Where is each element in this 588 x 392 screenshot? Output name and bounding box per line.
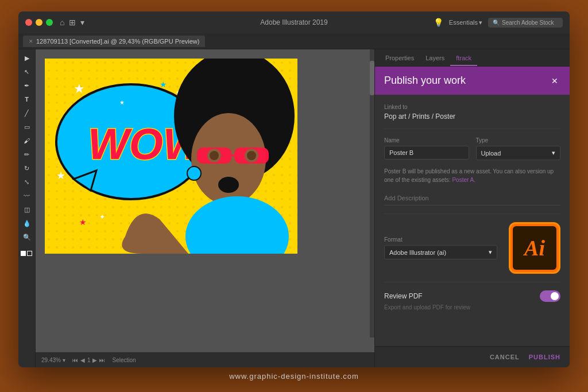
eyedropper-tool[interactable]: 💧: [21, 217, 33, 230]
type-select[interactable]: Upload ▾: [476, 146, 561, 160]
close-traffic-light[interactable]: [25, 19, 32, 26]
format-row: Format Adobe Illustrator (ai) ▾: [384, 222, 560, 274]
artwork: WOW!: [45, 59, 297, 254]
name-type-row: Name Type Upload ▾: [384, 137, 560, 160]
panel-tabs: Properties Layers ftrack: [375, 49, 570, 67]
select-chevron-icon: ▾: [552, 149, 555, 157]
publish-header: Publish your work ✕: [375, 67, 570, 95]
back-icon[interactable]: ◀: [80, 357, 85, 363]
scrollbar-vertical[interactable]: [370, 49, 374, 337]
tab-filename: 128709113 [Converted].ai @ 29,43% (RGB/G…: [36, 38, 199, 45]
line-tool[interactable]: ╱: [21, 107, 33, 119]
page-number: 1: [87, 357, 91, 363]
grid-icon[interactable]: ⊞: [69, 18, 76, 27]
linked-to-label: Linked to: [384, 104, 560, 110]
publish-button[interactable]: PUBLISH: [529, 354, 560, 360]
document-tab-bar: ✕ 128709113 [Converted].ai @ 29,43% (RGB…: [18, 33, 570, 49]
canvas-container[interactable]: WOW!: [36, 49, 374, 352]
chevron-down-icon[interactable]: ▾: [80, 18, 84, 27]
tab-ftrack[interactable]: ftrack: [450, 51, 477, 66]
review-pdf-desc: Export and upload PDF for review: [384, 304, 560, 311]
review-pdf-toggle[interactable]: [540, 290, 560, 302]
chevron-down-icon: ▾: [63, 357, 65, 363]
poster-a-link[interactable]: Poster A.: [452, 177, 475, 183]
home-icon[interactable]: ⌂: [60, 18, 64, 27]
svg-text:★: ★: [74, 81, 85, 96]
prev-page-icon[interactable]: ⏮: [72, 357, 78, 363]
paintbrush-tool[interactable]: 🖌: [21, 134, 33, 147]
tab-close-icon[interactable]: ✕: [29, 38, 33, 44]
format-content: Format Adobe Illustrator (ai) ▾: [384, 236, 497, 259]
warp-tool[interactable]: 〰: [21, 189, 33, 202]
tool-status: Selection: [112, 357, 136, 363]
name-input[interactable]: [384, 146, 469, 160]
document-tab[interactable]: ✕ 128709113 [Converted].ai @ 29,43% (RGB…: [23, 36, 205, 47]
svg-text:★: ★: [160, 80, 167, 89]
pen-tool[interactable]: ✒: [21, 79, 33, 92]
type-label: Type: [476, 137, 561, 143]
traffic-lights: [25, 19, 53, 26]
format-label: Format: [384, 236, 497, 243]
publish-body: Linked to Pop art / Prints / Poster Name: [375, 95, 570, 346]
title-bar-right: 💡 Essentials ▾ 🔍 Search Adobe Stock: [434, 18, 563, 28]
format-select[interactable]: Adobe Illustrator (ai) ▾: [384, 245, 497, 259]
ai-app-icon: Ai: [509, 222, 560, 274]
linked-to-value: Pop art / Prints / Poster: [384, 112, 560, 121]
svg-text:★: ★: [79, 218, 87, 227]
status-bar: 29.43% ▾ ⏮ ◀ 1 ▶ ⏭ Selection: [36, 352, 374, 367]
format-field: Format Adobe Illustrator (ai) ▾: [384, 236, 497, 259]
type-tool[interactable]: T: [21, 93, 33, 106]
last-page-icon[interactable]: ⏭: [99, 357, 105, 363]
svg-point-20: [218, 177, 239, 193]
maximize-traffic-light[interactable]: [46, 19, 53, 26]
title-bar: ⌂ ⊞ ▾ Adobe Illustrator 2019 💡 Essential…: [18, 11, 570, 33]
zoom-indicator[interactable]: 29.43% ▾: [41, 357, 65, 363]
publish-notice: Poster B will be published as a new asse…: [384, 167, 560, 184]
fill-stroke[interactable]: [21, 247, 33, 259]
cancel-button[interactable]: CANCEL: [490, 354, 520, 360]
ai-logo-text: Ai: [524, 235, 545, 261]
description-input[interactable]: [384, 191, 560, 205]
pencil-tool[interactable]: ✏: [21, 148, 33, 161]
review-pdf-label: Review PDF: [384, 292, 423, 300]
publish-title: Publish your work: [384, 75, 466, 87]
close-publish-button[interactable]: ✕: [549, 75, 560, 87]
lightbulb-icon: 💡: [434, 18, 443, 27]
shape-tool[interactable]: ▭: [21, 121, 33, 133]
essentials-dropdown[interactable]: Essentials ▾: [449, 19, 482, 26]
scale-tool[interactable]: ⤡: [21, 176, 33, 188]
description-field: [384, 191, 560, 205]
linked-to-field: Linked to Pop art / Prints / Poster: [384, 104, 560, 121]
publish-footer: CANCEL PUBLISH: [375, 346, 570, 367]
app-window: ⌂ ⊞ ▾ Adobe Illustrator 2019 💡 Essential…: [18, 11, 570, 367]
svg-text:✦: ✦: [99, 213, 105, 221]
zoom-tool[interactable]: 🔍: [21, 231, 33, 243]
title-bar-icons: ⌂ ⊞ ▾: [60, 18, 84, 27]
format-chevron-icon: ▾: [489, 249, 492, 256]
dropdown-chevron-icon: ▾: [479, 19, 482, 26]
next-icon[interactable]: ▶: [92, 357, 97, 363]
selection-tool[interactable]: ▶: [21, 52, 33, 64]
review-pdf-row: Review PDF Export and upload PDF for rev…: [384, 290, 560, 311]
page-navigation[interactable]: ⏮ ◀ 1 ▶ ⏭: [72, 357, 106, 363]
left-toolbar: ▶ ↖ ✒ T ╱ ▭ 🖌 ✏ ↻ ⤡ 〰 ◫ 💧 🔍: [18, 49, 36, 367]
canvas-area: WOW!: [36, 49, 374, 367]
type-field: Type Upload ▾: [476, 137, 561, 160]
tab-layers[interactable]: Layers: [420, 51, 450, 66]
svg-point-17: [210, 151, 219, 160]
svg-point-18: [247, 151, 256, 160]
rotate-tool[interactable]: ↻: [21, 162, 33, 174]
direct-selection-tool[interactable]: ↖: [21, 65, 33, 78]
search-stock-field[interactable]: 🔍 Search Adobe Stock: [488, 18, 563, 28]
review-pdf-header: Review PDF: [384, 290, 560, 302]
minimize-traffic-light[interactable]: [36, 19, 42, 26]
tab-properties[interactable]: Properties: [380, 51, 420, 66]
right-panel: Properties Layers ftrack Publish your wo…: [374, 49, 570, 367]
app-title: Adobe Illustrator 2019: [260, 18, 327, 26]
name-field: Name: [384, 137, 469, 160]
search-icon: 🔍: [493, 20, 500, 26]
main-content: ▶ ↖ ✒ T ╱ ▭ 🖌 ✏ ↻ ⤡ 〰 ◫ 💧 🔍: [18, 49, 570, 367]
gradient-tool[interactable]: ◫: [21, 203, 33, 216]
ai-icon-inner: Ai: [513, 226, 556, 270]
watermark: www.graphic-design-institute.com: [229, 372, 359, 381]
